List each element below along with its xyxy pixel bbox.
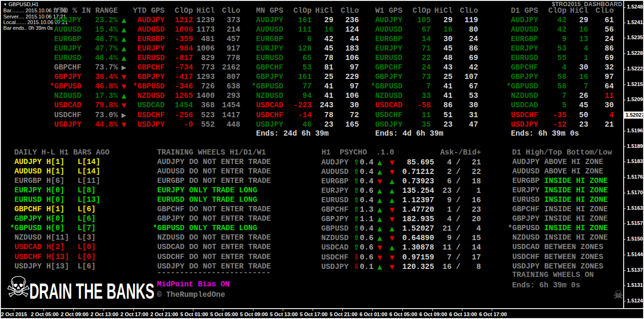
range-percent: 38.4% xyxy=(81,72,118,82)
slash: / xyxy=(452,262,465,272)
clop-value: -58 xyxy=(402,101,431,110)
time-tick-mark xyxy=(14,309,14,311)
psycho-up-icon: ⇧ xyxy=(353,186,360,195)
gps-row: USDCHF-35504 xyxy=(506,111,614,120)
trend-down-icon: ▼ xyxy=(118,101,130,110)
cllo-value: 214 xyxy=(215,25,240,34)
col-header: HiCl xyxy=(312,6,333,16)
trend2-down-icon: ▼ xyxy=(386,262,398,272)
pair-label: USDJPY xyxy=(10,262,42,271)
time-axis[interactable]: 2 Oct 20152 Oct 05:002 Oct 09:002 Oct 13… xyxy=(0,308,644,319)
ask-count: 23 xyxy=(434,186,452,196)
price-tick-label: 1.52285 xyxy=(627,50,644,56)
gps-row: *GBPUSD-346726638 xyxy=(133,82,240,91)
ytd-range-row: EURUSD48.4%▲ xyxy=(50,53,130,63)
cllo-value: 97 xyxy=(588,72,614,82)
zone-status: INSIDE HI ZONE xyxy=(544,176,608,186)
clop-value: 46 xyxy=(283,120,312,129)
bid-count: 8 xyxy=(465,262,481,272)
time-tick-mark xyxy=(283,309,283,311)
cllo-value: 24 xyxy=(453,34,478,44)
training-wheels-row: AUDUSDDO NOT ENTER TRADE xyxy=(153,167,271,176)
trade-status: DO NOT ENTER TRADE xyxy=(189,157,271,167)
price-axis[interactable]: 1.524801.524151.523501.522851.522201.521… xyxy=(623,0,644,308)
slash: / xyxy=(452,196,465,205)
gps-footer: Ends: 6h 39m 0s xyxy=(511,129,579,138)
cllo-value: 24 xyxy=(588,34,614,44)
daily-hl-header: DAILY H-L H1 BARS AGO xyxy=(14,148,110,157)
price-tick-mark xyxy=(623,69,626,69)
daily-hl-row: EURGBPH[6]L[11] xyxy=(10,176,109,186)
zone-status: BETWEEN ZONES xyxy=(544,262,603,271)
midpoint-bias: MidPoint Bias ON xyxy=(157,280,230,289)
training-on: TRAINING WHEELS ON xyxy=(512,270,594,280)
pair-label: GBPCHF xyxy=(153,205,184,214)
hicl-value: 86 xyxy=(431,101,453,110)
psycho-row: EURJPY⇧0.6▲▲135.25423/1 xyxy=(317,186,481,196)
daily-hl-row: AUDJPYH[1]L[14] xyxy=(10,157,109,167)
gps-row: GBPJPY-4171293807 xyxy=(133,72,240,82)
gps-row: EURJPY-9841006917 xyxy=(133,44,240,53)
section-title: D1 High/Top Bottom/Low xyxy=(512,148,612,157)
pair-label: EURGBP xyxy=(371,34,402,44)
pair-label: NZDUSD xyxy=(317,233,348,243)
clop-value: -734 xyxy=(165,63,193,72)
zone-status: INSIDE HI ZONE xyxy=(544,224,608,233)
clop-value: 105 xyxy=(402,16,431,25)
pair-label: USDCHF xyxy=(50,111,81,120)
gps-row: GBPJPY16125229 xyxy=(252,72,359,82)
psycho-row: GBPJPY⇧1.1▲▼182.9354/20 xyxy=(317,214,481,224)
time-tick-label: 6 Oct 17:00 xyxy=(479,311,507,317)
pair-label: GBPJPY xyxy=(317,215,348,224)
pair-label: EURUSD xyxy=(50,53,81,63)
section-title: DAILY H-L H1 BARS AGO xyxy=(14,148,110,157)
clop-value: 55 xyxy=(538,53,566,63)
gps-row: USDCAD54530 xyxy=(506,101,614,110)
hicl-value: 78 xyxy=(312,111,333,120)
time-tick-mark xyxy=(372,309,373,311)
gps-row: USDCAD-22324330 xyxy=(252,101,359,110)
gps-row: EURUSD224869 xyxy=(371,53,478,63)
hicl-value: 41 xyxy=(312,82,333,91)
trend2-down-icon: ▼ xyxy=(386,167,398,177)
pair-label: EURJPY xyxy=(371,44,402,53)
gps-row: USDCHF115131 xyxy=(371,111,478,120)
pair-label: EURGBP xyxy=(506,34,538,44)
cllo-value: 106 xyxy=(333,53,359,63)
pair-label: AUDUSD xyxy=(153,167,184,176)
gps-table-title: D1 GPS xyxy=(506,6,538,16)
time-tick-mark xyxy=(253,309,253,311)
cllo-value: 67 xyxy=(453,82,478,91)
price-tick-mark xyxy=(623,270,626,271)
bid-count: 23 xyxy=(465,205,481,215)
pair-label: EURGBP xyxy=(317,177,348,186)
price-value: 1.12397 xyxy=(398,196,434,205)
clop-value: 22 xyxy=(402,53,431,63)
pair-label: AUDUSD xyxy=(317,167,348,177)
bid-count: 18 xyxy=(465,177,481,186)
pair-label: EURGBP xyxy=(133,34,165,44)
pair-label: EURUSD xyxy=(10,195,42,205)
hicl-value: 81 xyxy=(312,63,333,72)
psycho-row: AUDJPY⇧0.4▲▼85.6954/21 xyxy=(317,157,481,167)
clop-value: 42 xyxy=(538,16,566,25)
hicl-value: 48 xyxy=(431,53,453,63)
trend1-up-icon: ▲ xyxy=(374,186,386,196)
clop-value: 42 xyxy=(538,25,566,34)
hicl-value: 30 xyxy=(566,63,588,72)
bid-count: 1 xyxy=(465,186,481,196)
gps-row: GBPCHF-7347732162 xyxy=(133,63,240,72)
col-header: ClOp xyxy=(402,6,431,16)
bars-ago-low: L[3] xyxy=(78,233,109,242)
psycho-row: AUDUSD⇧0.4▲▼0.712122/22 xyxy=(317,167,481,177)
gps-row: AUDJPY12121239373 xyxy=(133,16,240,25)
cllo-value: 97 xyxy=(333,82,359,91)
hicl-value: 773 xyxy=(193,63,215,72)
gps-row: EURJPY714586 xyxy=(371,44,478,53)
pair-label: AUDJPY xyxy=(371,16,402,25)
time-tick-label: 2 Oct 2015 xyxy=(1,311,27,317)
ytd-range-row: USDCAD79.8%▼ xyxy=(50,101,130,110)
hicl-value: 16 xyxy=(566,72,588,82)
cllo-value: 4 xyxy=(588,111,614,120)
pair-label: USDCAD xyxy=(50,101,81,110)
